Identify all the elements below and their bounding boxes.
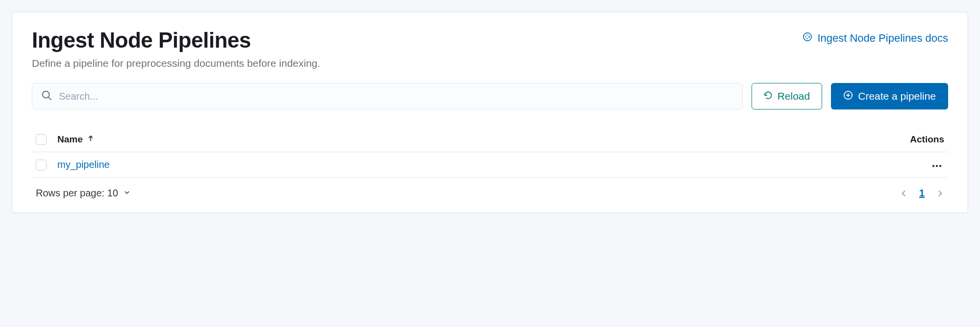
table-header: Name Actions xyxy=(32,127,948,152)
pipeline-name-link[interactable]: my_pipeline xyxy=(57,159,110,170)
svg-point-2 xyxy=(43,91,50,98)
reload-label: Reload xyxy=(778,90,810,102)
controls-row: Reload Create a pipeline xyxy=(32,83,948,109)
name-column-header[interactable]: Name xyxy=(57,134,885,145)
pagination: 1 xyxy=(900,188,944,199)
select-all-checkbox[interactable] xyxy=(36,134,47,145)
pipelines-panel: Ingest Node Pipelines Define a pipeline … xyxy=(12,12,968,213)
current-page[interactable]: 1 xyxy=(919,188,925,199)
next-page-button[interactable] xyxy=(935,189,944,198)
prev-page-button[interactable] xyxy=(900,189,908,198)
page-subtitle: Define a pipeline for preprocessing docu… xyxy=(32,57,320,69)
docs-link[interactable]: Ingest Node Pipelines docs xyxy=(803,32,948,45)
chevron-down-icon xyxy=(123,188,131,199)
table-row: my_pipeline xyxy=(32,152,948,178)
docs-link-label: Ingest Node Pipelines docs xyxy=(817,32,948,45)
row-name-cell: my_pipeline xyxy=(57,159,885,170)
row-actions-cell xyxy=(885,160,944,170)
svg-point-0 xyxy=(804,33,811,41)
header-text: Ingest Node Pipelines Define a pipeline … xyxy=(32,28,320,69)
help-icon xyxy=(803,32,812,45)
reload-icon xyxy=(764,90,773,102)
search-input[interactable] xyxy=(59,91,733,102)
search-field[interactable] xyxy=(32,83,743,109)
row-select-cell xyxy=(36,160,57,170)
actions-column-header: Actions xyxy=(885,134,944,145)
plus-circle-icon xyxy=(843,90,853,103)
header-row: Ingest Node Pipelines Define a pipeline … xyxy=(32,28,948,69)
rows-per-page-button[interactable]: Rows per page: 10 xyxy=(36,188,131,199)
row-checkbox[interactable] xyxy=(36,160,47,170)
reload-button[interactable]: Reload xyxy=(752,83,823,109)
select-all-cell xyxy=(36,134,57,145)
create-label: Create a pipeline xyxy=(858,90,936,102)
search-icon xyxy=(41,90,52,103)
table-footer: Rows per page: 10 1 xyxy=(32,188,948,199)
pipelines-table: Name Actions my_pipeline xyxy=(32,127,948,178)
sort-asc-icon xyxy=(87,134,95,145)
name-header-label: Name xyxy=(57,134,83,145)
svg-point-1 xyxy=(806,35,810,39)
create-pipeline-button[interactable]: Create a pipeline xyxy=(831,83,948,109)
rows-per-page-label: Rows per page: 10 xyxy=(36,188,118,199)
page-title: Ingest Node Pipelines xyxy=(32,28,320,53)
row-actions-menu-icon[interactable] xyxy=(930,162,944,170)
svg-line-3 xyxy=(49,97,51,100)
